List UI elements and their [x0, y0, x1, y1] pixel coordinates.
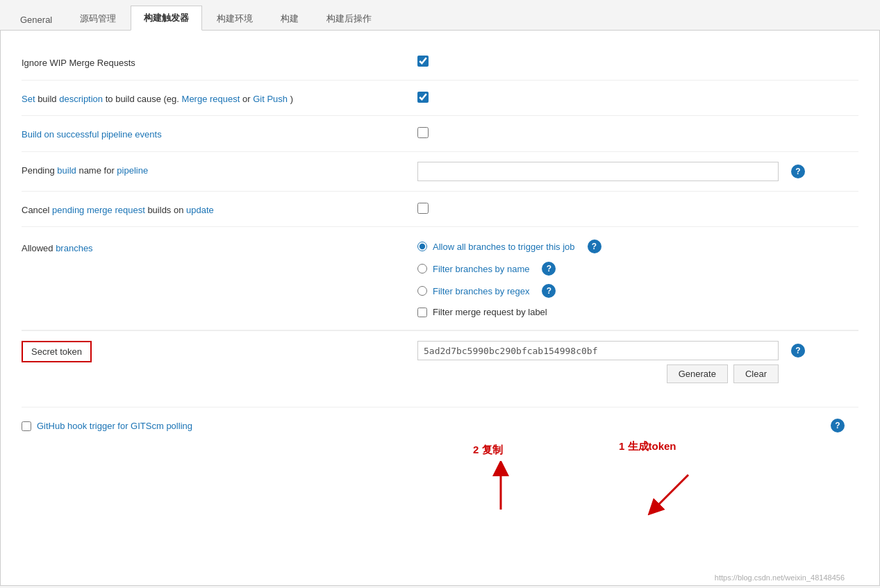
radio-label-all-branches: Allow all branches to trigger this job [433, 242, 575, 252]
row-cancel-pending: Cancel pending merge request builds on u… [22, 192, 858, 228]
radio-group-branches: Allow all branches to trigger this job ?… [417, 240, 601, 317]
row-secret-token: Secret token Generate Clear ? [22, 330, 858, 393]
arrow-copy [480, 461, 536, 516]
input-secret-token[interactable] [417, 341, 779, 360]
label-pending-build: Pending build name for pipeline [22, 162, 417, 178]
label-ignore-wip: Ignore WIP Merge Requests [22, 54, 417, 70]
control-cancel-pending [417, 201, 858, 214]
radio-label-filter-label: Filter merge request by label [433, 307, 547, 317]
row-pending-build: Pending build name for pipeline ? [22, 152, 858, 192]
watermark: https://blog.csdn.net/weixin_48148456 [715, 573, 845, 582]
main-content: Ignore WIP Merge Requests Set build desc… [0, 31, 880, 586]
control-pending-build: ? [417, 162, 858, 181]
tab-source[interactable]: 源码管理 [67, 6, 129, 31]
row-build-pipeline: Build on successful pipeline events [22, 116, 858, 152]
control-secret-token: Generate Clear ? [417, 341, 858, 383]
tab-build-env[interactable]: 构建环境 [204, 6, 266, 31]
tab-bar: General 源码管理 构建触发器 构建环境 构建 构建后操作 [0, 0, 880, 31]
annotation-copy-text: 2 复制 [473, 444, 503, 455]
clear-button[interactable]: Clear [733, 364, 779, 383]
radio-filter-name[interactable] [417, 264, 427, 274]
checkbox-ignore-wip[interactable] [417, 56, 429, 67]
help-icon-pending-build[interactable]: ? [791, 165, 805, 178]
help-icon-filter-name[interactable]: ? [542, 262, 556, 276]
row-github: GitHub hook trigger for GITScm polling ? [22, 407, 858, 444]
radio-row-filter-regex: Filter branches by regex ? [417, 284, 601, 298]
help-icon-filter-regex[interactable]: ? [542, 284, 556, 298]
checkbox-filter-label[interactable] [417, 308, 427, 317]
checkbox-github[interactable] [22, 421, 31, 431]
checkbox-set-build-desc[interactable] [417, 92, 429, 103]
token-buttons: Generate Clear [417, 364, 779, 383]
radio-all-branches[interactable] [417, 242, 427, 251]
arrow-generate [647, 468, 716, 537]
label-secret-token: Secret token [22, 341, 92, 362]
link-github[interactable]: GitHub hook trigger for GITScm polling [37, 421, 192, 431]
control-set-build-desc [417, 90, 858, 103]
tab-post-build[interactable]: 构建后操作 [313, 6, 385, 31]
svg-line-1 [654, 475, 688, 510]
help-icon-secret-token[interactable]: ? [791, 344, 805, 358]
annotation-copy: 2 复制 [473, 444, 503, 457]
label-secret-token-wrapper: Secret token [22, 341, 417, 362]
help-icon-all-branches[interactable]: ? [588, 240, 601, 253]
label-cancel-pending: Cancel pending merge request builds on u… [22, 201, 417, 217]
page-container: General 源码管理 构建触发器 构建环境 构建 构建后操作 Ignore … [0, 0, 880, 588]
radio-label-filter-name: Filter branches by name [433, 264, 529, 274]
radio-row-all-branches: Allow all branches to trigger this job ? [417, 240, 601, 253]
tab-build[interactable]: 构建 [267, 6, 312, 31]
control-build-pipeline [417, 126, 858, 138]
label-build-pipeline: Build on successful pipeline events [22, 126, 417, 142]
generate-button[interactable]: Generate [667, 364, 728, 383]
tab-general[interactable]: General [7, 8, 65, 31]
control-ignore-wip [417, 54, 858, 67]
row-allowed-branches: Allowed branches Allow all branches to t… [22, 227, 858, 330]
control-allowed-branches: Allow all branches to trigger this job ?… [417, 240, 858, 317]
token-field-area: Generate Clear [417, 341, 779, 383]
radio-row-filter-label: Filter merge request by label [417, 306, 601, 317]
label-allowed-branches: Allowed branches [22, 240, 417, 255]
help-icon-github[interactable]: ? [831, 419, 845, 432]
radio-row-filter-name: Filter branches by name ? [417, 262, 601, 276]
input-pending-build[interactable] [417, 162, 779, 181]
radio-filter-regex[interactable] [417, 286, 427, 296]
radio-label-filter-regex: Filter branches by regex [433, 286, 529, 296]
checkbox-cancel-pending[interactable] [417, 203, 429, 214]
row-ignore-wip: Ignore WIP Merge Requests [22, 44, 858, 81]
label-set-build-desc: Set build description to build cause (eg… [22, 90, 417, 106]
tab-build-trigger[interactable]: 构建触发器 [131, 6, 202, 31]
checkbox-build-pipeline[interactable] [417, 127, 429, 138]
row-set-build-desc: Set build description to build cause (eg… [22, 81, 858, 117]
